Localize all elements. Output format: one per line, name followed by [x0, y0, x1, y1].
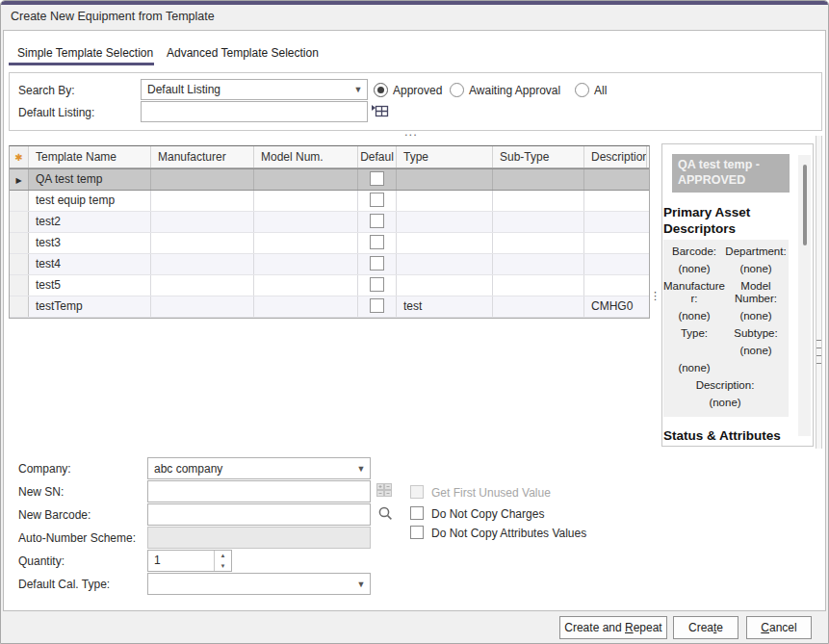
column-header-type[interactable]: Type — [397, 146, 493, 167]
right-splitter[interactable] — [816, 136, 822, 449]
sn-scheme-grid-icon[interactable] — [376, 483, 392, 497]
field-label: Model Number: — [725, 280, 787, 305]
table-row[interactable]: test5 — [10, 275, 649, 296]
table-row[interactable]: test4 — [10, 254, 649, 275]
do-not-copy-attributes-values-label: Do Not Copy Attributes Values — [431, 527, 586, 540]
splitter-handle[interactable]: ... — [404, 124, 418, 139]
cell-template-name: test2 — [29, 212, 151, 232]
row-options-ellipsis-icon[interactable]: ⋮ — [650, 293, 661, 298]
field-label: Department: — [725, 245, 786, 258]
cell-manufacturer — [151, 233, 254, 253]
new-barcode-input[interactable] — [147, 503, 371, 526]
default-checkbox[interactable] — [370, 171, 384, 186]
chevron-down-icon: ▼ — [352, 464, 370, 474]
cell-template-name: test3 — [29, 233, 151, 253]
default-listing-label: Default Listing: — [18, 106, 94, 119]
column-header-default[interactable]: Defaul — [358, 146, 397, 167]
default-checkbox[interactable] — [370, 298, 384, 313]
default-checkbox[interactable] — [370, 235, 384, 249]
tab-label: Advanced Template Selection — [167, 46, 319, 60]
asset-descriptor-fields: Barcode: Department: (none) (none) Manuf… — [663, 240, 789, 417]
company-dropdown[interactable]: abc company ▼ — [147, 457, 371, 479]
cell-default — [358, 233, 397, 253]
create-button[interactable]: Create — [673, 616, 738, 639]
auto-number-scheme-input — [147, 527, 371, 549]
create-and-repeat-button[interactable]: Create and Repeat — [559, 616, 667, 639]
spin-down-icon[interactable]: ▼ — [215, 561, 231, 572]
window-accent-strip — [1, 1, 828, 5]
tab-simple-template-selection[interactable]: Simple Template Selection — [9, 43, 162, 64]
radio-awaiting-approval-label: Awaiting Approval — [469, 84, 560, 98]
select-from-list-icon[interactable] — [371, 102, 389, 118]
default-cal-type-dropdown[interactable]: ▼ — [147, 573, 371, 595]
new-barcode-label: New Barcode: — [18, 508, 91, 522]
company-value: abc company — [148, 462, 352, 476]
cell-default — [358, 254, 397, 274]
spinner-arrows[interactable]: ▲ ▼ — [214, 551, 231, 571]
preview-status: APPROVED — [678, 172, 784, 188]
cell-sub-type — [493, 169, 584, 190]
field-label: Description: — [696, 379, 755, 392]
do-not-copy-charges-label: Do Not Copy Charges — [431, 507, 544, 521]
cancel-button[interactable]: Cancel — [746, 616, 812, 639]
do-not-copy-attributes-values-checkbox[interactable] — [410, 526, 424, 539]
table-row[interactable]: ▶ QA test temp — [10, 168, 649, 191]
field-value: (none) — [739, 310, 771, 322]
search-by-dropdown[interactable]: Default Listing ▼ — [141, 79, 368, 100]
cell-description — [584, 191, 647, 211]
cell-description: CMHG0 — [584, 296, 647, 317]
quantity-stepper[interactable]: 1 ▲ ▼ — [147, 550, 232, 572]
cell-template-name: test equip temp — [29, 191, 151, 211]
tab-advanced-template-selection[interactable]: Advanced Template Selection — [158, 43, 327, 64]
required-marker-icon: ✱ — [10, 146, 29, 167]
cell-type — [397, 191, 493, 211]
cell-sub-type — [493, 296, 584, 317]
do-not-copy-charges-checkbox[interactable] — [410, 506, 424, 520]
tab-label: Simple Template Selection — [17, 46, 153, 60]
field-value: (none) — [678, 310, 710, 322]
cell-manufacturer — [151, 254, 254, 274]
radio-approved[interactable] — [374, 83, 388, 97]
new-sn-input[interactable] — [147, 480, 371, 502]
column-header-template-name[interactable]: Template Name — [29, 146, 151, 167]
column-header-model-num[interactable]: Model Num. — [254, 146, 358, 167]
radio-all[interactable] — [575, 83, 589, 97]
preview-header: QA test temp - APPROVED — [672, 154, 790, 193]
row-indicator — [10, 254, 29, 274]
field-label: Barcode: — [672, 245, 716, 258]
table-row[interactable]: test equip temp — [10, 191, 649, 212]
default-checkbox[interactable] — [370, 193, 384, 207]
table-row[interactable]: testTemp test CMHG0 — [10, 296, 649, 318]
table-row[interactable]: test3 — [10, 233, 649, 254]
spin-up-icon[interactable]: ▲ — [215, 551, 231, 561]
default-checkbox[interactable] — [370, 277, 384, 292]
cell-default — [358, 212, 397, 232]
column-header-sub-type[interactable]: Sub-Type — [493, 146, 584, 167]
table-row[interactable]: test2 — [10, 212, 649, 233]
default-checkbox[interactable] — [370, 214, 384, 228]
preview-scrollbar-thumb[interactable] — [803, 165, 807, 245]
field-value: (none) — [739, 263, 771, 275]
cell-sub-type — [493, 212, 584, 232]
radio-awaiting-approval[interactable] — [450, 83, 464, 97]
column-header-manufacturer[interactable]: Manufacturer — [151, 146, 254, 167]
row-indicator — [10, 296, 29, 317]
cell-template-name: QA test temp — [29, 169, 151, 190]
column-header-description[interactable]: Description — [584, 146, 647, 167]
cell-sub-type — [493, 233, 584, 253]
cell-sub-type — [493, 275, 584, 296]
default-checkbox[interactable] — [370, 256, 384, 270]
cell-description — [584, 212, 647, 232]
row-indicator — [10, 191, 29, 211]
field-value: (none) — [678, 263, 710, 275]
default-listing-input[interactable] — [141, 101, 368, 122]
get-first-unused-value-label: Get First Unused Value — [431, 486, 551, 500]
cell-default — [358, 191, 397, 211]
chevron-down-icon: ▼ — [352, 580, 370, 589]
cell-template-name: test5 — [29, 275, 151, 296]
template-grid: ✱ Template Name Manufacturer Model Num. … — [9, 145, 650, 319]
search-by-label: Search By: — [18, 84, 75, 97]
cell-manufacturer — [151, 169, 254, 190]
cell-manufacturer — [151, 275, 254, 296]
search-icon[interactable] — [377, 505, 394, 522]
